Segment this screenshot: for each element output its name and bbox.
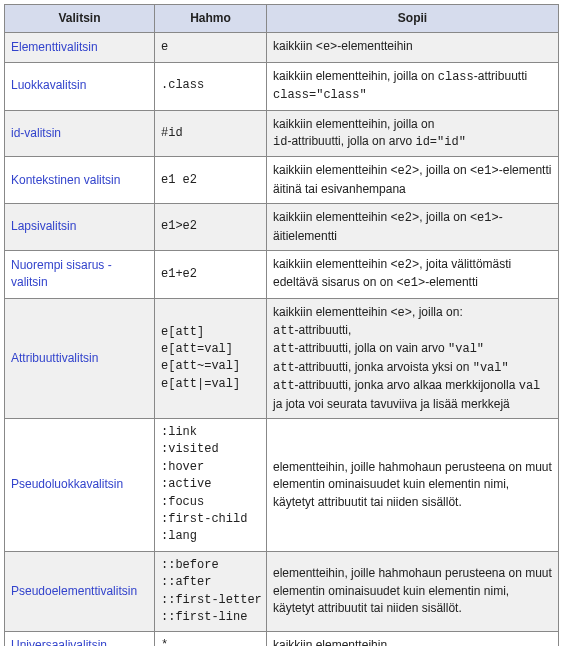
selector-link[interactable]: Lapsivalitsin bbox=[11, 219, 76, 233]
table-row: Lapsivalitsine1>e2kaikkiin elementteihin… bbox=[5, 204, 559, 251]
selector-link[interactable]: Elementtivalitsin bbox=[11, 40, 98, 54]
pattern-cell: e bbox=[155, 33, 267, 62]
code-fragment: id="id" bbox=[415, 135, 465, 149]
pattern-cell: ::before::after::first-letter::first-lin… bbox=[155, 551, 267, 632]
text-fragment: -attribuutti, bbox=[295, 323, 352, 337]
pattern: e1+e2 bbox=[161, 266, 260, 283]
text-fragment: -attribuutti, jolla on arvo bbox=[287, 134, 415, 148]
selector-name-cell: Kontekstinen valitsin bbox=[5, 157, 155, 204]
pattern: :lang bbox=[161, 528, 260, 545]
description-cell: elementteihin, joille hahmohaun perustee… bbox=[267, 551, 559, 632]
description-cell: kaikkiin elementteihin <e2>, joilla on <… bbox=[267, 157, 559, 204]
pattern: * bbox=[161, 637, 260, 646]
text-fragment: kaikkiin bbox=[273, 39, 316, 53]
selector-name-cell: Attribuuttivalitsin bbox=[5, 298, 155, 418]
pattern-cell: :link:visited:hover:active:focus:first-c… bbox=[155, 419, 267, 552]
selector-link[interactable]: Pseudoluokkavalitsin bbox=[11, 477, 123, 491]
text-fragment: kaikkiin elementteihin bbox=[273, 305, 390, 319]
description-cell: kaikkiin elementteihin. bbox=[267, 632, 559, 646]
pattern: e[att~=val] bbox=[161, 358, 260, 375]
header-row: Valitsin Hahmo Sopii bbox=[5, 5, 559, 33]
pattern: e bbox=[161, 39, 260, 56]
code-fragment: id bbox=[273, 135, 287, 149]
pattern-cell: #id bbox=[155, 110, 267, 157]
text-fragment: -elementteihin bbox=[337, 39, 412, 53]
pattern: e[att|=val] bbox=[161, 376, 260, 393]
pattern-cell: e1>e2 bbox=[155, 204, 267, 251]
code-fragment: att bbox=[273, 342, 295, 356]
selector-link[interactable]: Universaalivalitsin bbox=[11, 638, 107, 646]
code-fragment: att bbox=[273, 361, 295, 375]
selectors-table: Valitsin Hahmo Sopii Elementtivalitsinek… bbox=[4, 4, 559, 646]
code-fragment: "val" bbox=[473, 361, 509, 375]
code-fragment: "val" bbox=[448, 342, 484, 356]
pattern: :link bbox=[161, 424, 260, 441]
selector-name-cell: Pseudoelementtivalitsin bbox=[5, 551, 155, 632]
text-fragment: elementteihin, joille hahmohaun perustee… bbox=[273, 566, 552, 615]
text-fragment: -attribuutti, jonka arvoista yksi on bbox=[295, 360, 473, 374]
table-row: Pseudoelementtivalitsin::before::after::… bbox=[5, 551, 559, 632]
text-fragment: ja jota voi seurata tavuviiva ja lisää m… bbox=[273, 397, 510, 411]
code-fragment: att bbox=[273, 379, 295, 393]
pattern-cell: e1+e2 bbox=[155, 250, 267, 298]
description-cell: elementteihin, joille hahmohaun perustee… bbox=[267, 419, 559, 552]
code-fragment: class="class" bbox=[273, 88, 367, 102]
text-fragment: kaikkiin elementteihin. bbox=[273, 638, 390, 646]
code-fragment: <e1> bbox=[470, 211, 499, 225]
code-fragment: val bbox=[519, 379, 541, 393]
selector-link[interactable]: Nuorempi sisarus -valitsin bbox=[11, 258, 112, 289]
pattern: :focus bbox=[161, 494, 260, 511]
text-fragment: kaikkiin elementteihin, joilla on bbox=[273, 69, 438, 83]
table-row: Nuorempi sisarus -valitsine1+e2kaikkiin … bbox=[5, 250, 559, 298]
selector-link[interactable]: Pseudoelementtivalitsin bbox=[11, 584, 137, 598]
text-fragment: -attribuutti, jonka arvo alkaa merkkijon… bbox=[295, 378, 519, 392]
selector-name-cell: Nuorempi sisarus -valitsin bbox=[5, 250, 155, 298]
description-cell: kaikkiin elementteihin, joilla on id-att… bbox=[267, 110, 559, 157]
selector-name-cell: Luokkavalitsin bbox=[5, 62, 155, 110]
code-fragment: <e1> bbox=[396, 276, 425, 290]
text-fragment: -elementti bbox=[425, 275, 478, 289]
text-fragment: , joilla on bbox=[419, 210, 470, 224]
selector-link[interactable]: id-valitsin bbox=[11, 126, 61, 140]
description-cell: kaikkiin elementteihin <e2>, joilla on <… bbox=[267, 204, 559, 251]
table-row: Attribuuttivalitsine[att]e[att=val]e[att… bbox=[5, 298, 559, 418]
code-fragment: class bbox=[438, 70, 474, 84]
selector-name-cell: Universaalivalitsin bbox=[5, 632, 155, 646]
code-fragment: <e2> bbox=[390, 211, 419, 225]
text-fragment: , joilla on: bbox=[412, 305, 463, 319]
selector-name-cell: Elementtivalitsin bbox=[5, 33, 155, 62]
pattern: :hover bbox=[161, 459, 260, 476]
pattern: e1>e2 bbox=[161, 218, 260, 235]
text-fragment: -attribuutti, jolla on vain arvo bbox=[295, 341, 448, 355]
description-cell: kaikkiin elementteihin <e2>, joita välit… bbox=[267, 250, 559, 298]
table-row: Kontekstinen valitsine1 e2kaikkiin eleme… bbox=[5, 157, 559, 204]
selectors-tbody: Elementtivalitsinekaikkiin <e>-elementte… bbox=[5, 33, 559, 646]
description-cell: kaikkiin elementteihin, joilla on class-… bbox=[267, 62, 559, 110]
pattern: .class bbox=[161, 77, 260, 94]
selector-link[interactable]: Luokkavalitsin bbox=[11, 78, 86, 92]
selector-link[interactable]: Kontekstinen valitsin bbox=[11, 173, 120, 187]
table-row: Pseudoluokkavalitsin:link:visited:hover:… bbox=[5, 419, 559, 552]
code-fragment: <e> bbox=[390, 306, 412, 320]
pattern-cell: * bbox=[155, 632, 267, 646]
text-fragment: kaikkiin elementteihin bbox=[273, 210, 390, 224]
selector-name-cell: id-valitsin bbox=[5, 110, 155, 157]
pattern: ::first-line bbox=[161, 609, 260, 626]
description-cell: kaikkiin <e>-elementteihin bbox=[267, 33, 559, 62]
selector-link[interactable]: Attribuuttivalitsin bbox=[11, 351, 98, 365]
col-valitsin: Valitsin bbox=[5, 5, 155, 33]
table-row: Universaalivalitsin*kaikkiin elementteih… bbox=[5, 632, 559, 646]
table-row: Luokkavalitsin.classkaikkiin elementteih… bbox=[5, 62, 559, 110]
pattern: ::after bbox=[161, 574, 260, 591]
pattern: e[att] bbox=[161, 324, 260, 341]
code-fragment: <e> bbox=[316, 40, 338, 54]
selector-name-cell: Pseudoluokkavalitsin bbox=[5, 419, 155, 552]
pattern: ::first-letter bbox=[161, 592, 260, 609]
text-fragment: -attribuutti bbox=[474, 69, 527, 83]
pattern: :visited bbox=[161, 441, 260, 458]
col-hahmo: Hahmo bbox=[155, 5, 267, 33]
code-fragment: att bbox=[273, 324, 295, 338]
pattern: e1 e2 bbox=[161, 172, 260, 189]
pattern: :first-child bbox=[161, 511, 260, 528]
text-fragment: , joilla on bbox=[419, 163, 470, 177]
